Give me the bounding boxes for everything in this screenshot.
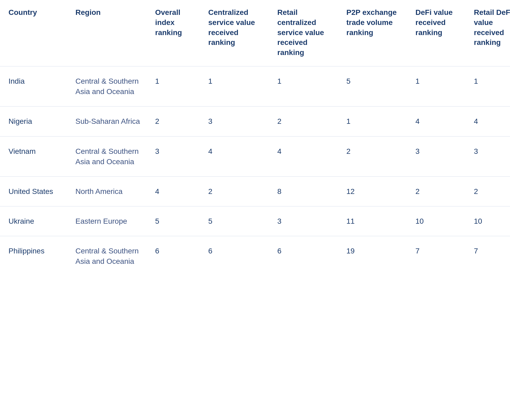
cell-overall: 5: [149, 206, 202, 236]
cell-centralized: 1: [202, 66, 271, 106]
table-row: NigeriaSub-Saharan Africa232144: [0, 107, 510, 136]
table-row: PhilippinesCentral & Southern Asia and O…: [0, 236, 510, 276]
cell-centralized: 4: [202, 136, 271, 176]
col-header-defi: DeFi value received ranking: [409, 0, 468, 66]
cell-region: Central & Southern Asia and Oceania: [69, 236, 149, 276]
cell-region: Sub-Saharan Africa: [69, 107, 149, 136]
cell-country: Ukraine: [0, 206, 69, 236]
table-row: IndiaCentral & Southern Asia and Oceania…: [0, 66, 510, 106]
col-header-retail-defi: Retail DeFi value received ranking: [468, 0, 510, 66]
cell-country: India: [0, 66, 69, 106]
cell-overall: 1: [149, 66, 202, 106]
cell-centralized: 3: [202, 107, 271, 136]
cell-region: Central & Southern Asia and Oceania: [69, 66, 149, 106]
cell-region: North America: [69, 176, 149, 206]
cell-retail-centralized: 4: [271, 136, 340, 176]
cell-retail-defi: 3: [468, 136, 510, 176]
cell-p2p: 2: [340, 136, 409, 176]
header-row: Country Region Overall index ranking Cen…: [0, 0, 510, 66]
col-header-retail-centralized: Retail centralized service value receive…: [271, 0, 340, 66]
cell-retail-centralized: 8: [271, 176, 340, 206]
col-header-region: Region: [69, 0, 149, 66]
cell-retail-centralized: 6: [271, 236, 340, 276]
cell-retail-defi: 2: [468, 176, 510, 206]
cell-p2p: 19: [340, 236, 409, 276]
rankings-table: Country Region Overall index ranking Cen…: [0, 0, 510, 276]
cell-country: Philippines: [0, 236, 69, 276]
col-header-country: Country: [0, 0, 69, 66]
col-header-p2p: P2P exchange trade volume ranking: [340, 0, 409, 66]
cell-overall: 4: [149, 176, 202, 206]
cell-overall: 2: [149, 107, 202, 136]
cell-p2p: 5: [340, 66, 409, 106]
cell-retail-defi: 4: [468, 107, 510, 136]
table-row: United StatesNorth America4281222: [0, 176, 510, 206]
cell-p2p: 12: [340, 176, 409, 206]
col-header-overall: Overall index ranking: [149, 0, 202, 66]
cell-overall: 3: [149, 136, 202, 176]
cell-region: Eastern Europe: [69, 206, 149, 236]
cell-centralized: 2: [202, 176, 271, 206]
col-header-centralized: Centralized service value received ranki…: [202, 0, 271, 66]
table-container: Country Region Overall index ranking Cen…: [0, 0, 510, 420]
cell-p2p: 1: [340, 107, 409, 136]
cell-overall: 6: [149, 236, 202, 276]
table-row: UkraineEastern Europe553111010: [0, 206, 510, 236]
cell-country: United States: [0, 176, 69, 206]
cell-defi: 10: [409, 206, 468, 236]
cell-defi: 1: [409, 66, 468, 106]
cell-retail-centralized: 3: [271, 206, 340, 236]
cell-region: Central & Southern Asia and Oceania: [69, 136, 149, 176]
cell-retail-defi: 7: [468, 236, 510, 276]
cell-centralized: 5: [202, 206, 271, 236]
cell-retail-centralized: 2: [271, 107, 340, 136]
table-row: VietnamCentral & Southern Asia and Ocean…: [0, 136, 510, 176]
cell-retail-defi: 10: [468, 206, 510, 236]
cell-defi: 4: [409, 107, 468, 136]
cell-retail-centralized: 1: [271, 66, 340, 106]
cell-country: Vietnam: [0, 136, 69, 176]
cell-country: Nigeria: [0, 107, 69, 136]
cell-defi: 3: [409, 136, 468, 176]
cell-retail-defi: 1: [468, 66, 510, 106]
cell-defi: 7: [409, 236, 468, 276]
cell-defi: 2: [409, 176, 468, 206]
cell-p2p: 11: [340, 206, 409, 236]
cell-centralized: 6: [202, 236, 271, 276]
